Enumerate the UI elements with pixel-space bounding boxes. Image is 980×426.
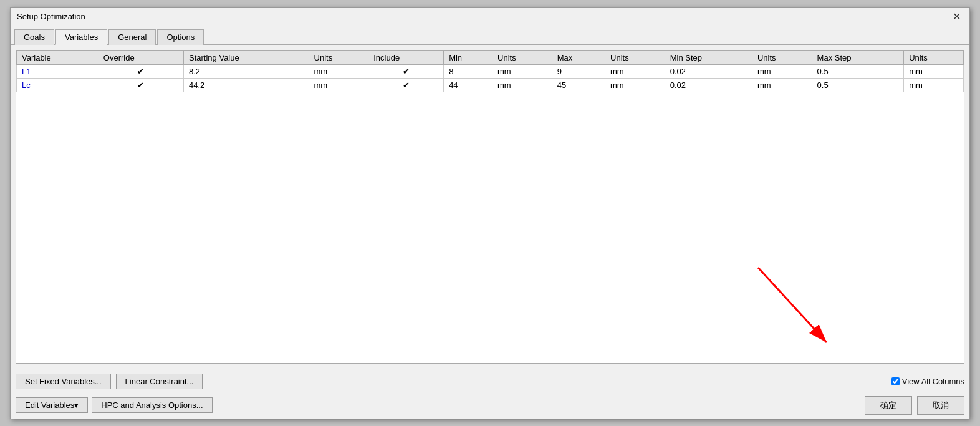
view-all-columns-label: View All Columns: [891, 377, 964, 386]
tab-general[interactable]: General: [108, 29, 156, 45]
col-units4: Units: [752, 51, 812, 64]
cell-max: 45: [552, 78, 605, 92]
cell-max: 9: [552, 64, 605, 78]
cell-max-step: 0.5: [812, 64, 904, 78]
content-area: Variable Override Starting Value Units I…: [11, 45, 969, 369]
close-button[interactable]: ✕: [950, 12, 963, 22]
tabs-row: Goals Variables General Options: [11, 26, 969, 45]
footer-bar: Edit Variables▾ HPC and Analysis Options…: [11, 392, 969, 419]
title-bar: Setup Optimization ✕: [11, 8, 969, 26]
view-all-columns-checkbox[interactable]: [891, 377, 900, 385]
col-variable: Variable: [17, 51, 98, 64]
cell-units2: mm: [492, 78, 552, 92]
tab-goals[interactable]: Goals: [14, 29, 54, 45]
variables-table-container: Variable Override Starting Value Units I…: [16, 50, 964, 364]
tab-options[interactable]: Options: [157, 29, 204, 45]
cell-override[interactable]: ✔: [98, 64, 183, 78]
col-max: Max: [552, 51, 605, 64]
col-include: Include: [368, 51, 444, 64]
dialog-title: Setup Optimization: [17, 12, 85, 21]
cell-min-step: 0.02: [665, 78, 752, 92]
cell-max-step: 0.5: [812, 78, 904, 92]
linear-constraint-button[interactable]: Linear Constraint...: [116, 374, 203, 389]
footer-right-buttons: 确定 取消: [865, 396, 964, 415]
table-row: Lc✔44.2mm✔44mm45mm0.02mm0.5mm: [17, 78, 964, 92]
cell-units5: mm: [904, 64, 964, 78]
col-units2: Units: [492, 51, 552, 64]
bottom-buttons-row: Set Fixed Variables... Linear Constraint…: [11, 369, 969, 392]
cell-units1: mm: [309, 64, 368, 78]
table-row: L1✔8.2mm✔8mm9mm0.02mm0.5mm: [17, 64, 964, 78]
cell-units3: mm: [605, 78, 665, 92]
col-override: Override: [98, 51, 183, 64]
cancel-button[interactable]: 取消: [917, 396, 964, 415]
col-units3: Units: [605, 51, 665, 64]
cell-starting-value: 44.2: [184, 78, 309, 92]
cell-include[interactable]: ✔: [368, 78, 444, 92]
cell-units3: mm: [605, 64, 665, 78]
cell-units5: mm: [904, 78, 964, 92]
cell-min-step: 0.02: [665, 64, 752, 78]
cell-starting-value: 8.2: [184, 64, 309, 78]
col-units1: Units: [309, 51, 368, 64]
col-max-step: Max Step: [812, 51, 904, 64]
cell-units4: mm: [752, 78, 812, 92]
variables-table: Variable Override Starting Value Units I…: [16, 51, 964, 92]
cell-variable[interactable]: Lc: [17, 78, 98, 92]
cell-variable[interactable]: L1: [17, 64, 98, 78]
cell-include[interactable]: ✔: [368, 64, 444, 78]
cell-units2: mm: [492, 64, 552, 78]
confirm-button[interactable]: 确定: [865, 396, 912, 415]
set-fixed-variables-button[interactable]: Set Fixed Variables...: [16, 374, 111, 389]
col-min-step: Min Step: [665, 51, 752, 64]
cell-override[interactable]: ✔: [98, 78, 183, 92]
edit-variables-button[interactable]: Edit Variables▾: [16, 397, 88, 413]
col-min: Min: [444, 51, 492, 64]
cell-units1: mm: [309, 78, 368, 92]
cell-min: 8: [444, 64, 492, 78]
view-all-columns-text: View All Columns: [902, 377, 964, 386]
cell-min: 44: [444, 78, 492, 92]
hpc-analysis-button[interactable]: HPC and Analysis Options...: [92, 397, 212, 413]
tab-variables[interactable]: Variables: [55, 29, 107, 45]
cell-units4: mm: [752, 64, 812, 78]
col-starting-value: Starting Value: [184, 51, 309, 64]
col-units5: Units: [904, 51, 964, 64]
